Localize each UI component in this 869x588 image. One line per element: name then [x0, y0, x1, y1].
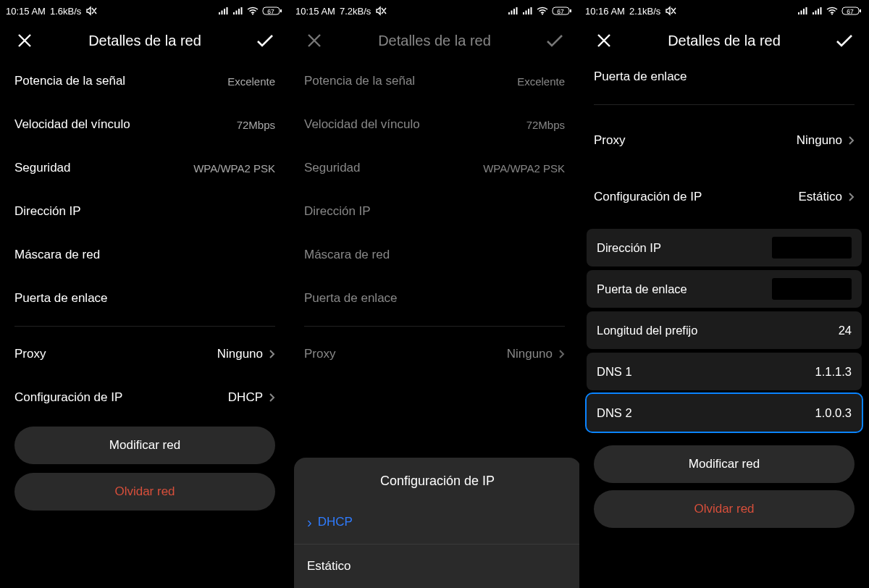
sheet-title: Configuración de IP [294, 474, 579, 489]
forget-network-button[interactable]: Olvidar red [594, 490, 855, 528]
row-ipconfig[interactable]: Configuración de IP DHCP [14, 376, 275, 419]
option-static[interactable]: Estático [294, 545, 579, 588]
signal-1-icon [508, 7, 519, 15]
label: Configuración de IP [594, 190, 702, 204]
row-mask: Máscara de red [14, 233, 275, 277]
close-icon[interactable] [14, 30, 35, 51]
svg-text:67: 67 [267, 8, 274, 15]
input-dns2[interactable]: DNS 2 1.0.0.3 [587, 394, 862, 432]
status-speed: 7.2kB/s [340, 6, 371, 17]
row-linkspeed: Velocidad del vínculo72Mbps [304, 103, 565, 146]
static-ip-inputs: Dirección IP Puerta de enlace Longitud d… [579, 229, 869, 440]
row-gateway-top: Puerta de enlace [579, 59, 869, 94]
page-title: Detalles de la red [378, 33, 491, 49]
ip-config-sheet: Configuración de IP DHCP Estático [294, 458, 579, 588]
wifi-icon [247, 7, 259, 15]
divider [14, 326, 275, 327]
label: Puerta de enlace [594, 70, 687, 83]
row-signal: Potencia de la señal Excelente [14, 59, 275, 103]
screen-1: 10:15 AM 1.6kB/s 67 Detalles de la red P… [0, 0, 290, 588]
chevron-right-icon [848, 192, 855, 202]
label: Puerta de enlace [597, 282, 687, 296]
row-proxy[interactable]: Proxy Ninguno [579, 112, 869, 169]
close-icon [304, 30, 324, 51]
svg-rect-10 [860, 9, 861, 12]
svg-text:67: 67 [557, 8, 564, 15]
svg-rect-6 [570, 9, 571, 12]
value: Ninguno [217, 347, 263, 361]
input-ip[interactable]: Dirección IP [587, 229, 862, 266]
label: DNS 2 [597, 406, 632, 420]
input-dns1[interactable]: DNS 1 1.1.1.3 [587, 353, 862, 390]
svg-point-0 [252, 14, 253, 15]
signal-1-icon [797, 7, 808, 15]
action-buttons: Modificar red Olvidar red [579, 440, 869, 528]
row-security: Seguridad WPA/WPA2 PSK [14, 146, 275, 190]
svg-text:67: 67 [847, 8, 854, 15]
wifi-icon [537, 7, 548, 15]
confirm-icon[interactable] [834, 30, 855, 51]
network-details: Potencia de la señalExcelente Velocidad … [290, 59, 579, 376]
chevron-right-icon [269, 349, 275, 359]
battery-icon: 67 [262, 6, 282, 16]
status-speed: 2.1kB/s [629, 6, 660, 17]
header: Detalles de la red [290, 22, 579, 59]
signal-2-icon [232, 7, 243, 15]
label: Velocidad del vínculo [304, 117, 420, 132]
chevron-right-icon [269, 392, 275, 403]
label: DHCP [318, 515, 353, 529]
status-bar: 10:15 AM 7.2kB/s 67 [290, 0, 579, 22]
screen-2: 10:15 AM 7.2kB/s 67 Detalles de la red P… [290, 0, 579, 588]
label: Modificar red [689, 457, 760, 471]
confirm-icon[interactable] [255, 30, 275, 51]
prefix-field[interactable]: 24 [786, 324, 852, 337]
network-details: Potencia de la señal Excelente Velocidad… [0, 59, 290, 419]
label: Velocidad del vínculo [14, 117, 130, 132]
svg-point-4 [542, 14, 543, 15]
input-gateway[interactable]: Puerta de enlace [587, 270, 862, 308]
battery-icon: 67 [552, 6, 572, 16]
row-proxy[interactable]: Proxy Ninguno [14, 332, 275, 376]
network-details: Proxy Ninguno Configuración de IP Estáti… [579, 104, 869, 440]
row-ip: Dirección IP [304, 190, 565, 233]
forget-network-button[interactable]: Olvidar red [14, 473, 275, 511]
label: Proxy [594, 133, 625, 148]
value: 72Mbps [526, 119, 565, 131]
svg-rect-2 [280, 9, 282, 12]
label: Máscara de red [14, 248, 100, 262]
value: Ninguno [797, 133, 842, 148]
value: Excelente [227, 75, 275, 88]
input-prefix[interactable]: Longitud del prefijo 24 [587, 311, 862, 349]
dns1-field[interactable]: 1.1.1.3 [786, 365, 852, 379]
ip-field[interactable] [772, 237, 852, 259]
action-buttons: Modificar red Olvidar red [0, 419, 290, 511]
label: Puerta de enlace [304, 291, 398, 306]
label: Olvidar red [694, 502, 754, 516]
label: Seguridad [14, 161, 71, 175]
page-title: Detalles de la red [668, 33, 781, 49]
label: Máscara de red [304, 248, 390, 262]
label: Dirección IP [597, 241, 661, 255]
value: Excelente [517, 75, 565, 88]
value: Estático [799, 190, 842, 204]
dns2-field[interactable]: 1.0.0.3 [786, 406, 852, 420]
modify-network-button[interactable]: Modificar red [14, 427, 275, 464]
status-time: 10:16 AM [585, 6, 625, 17]
page-title: Detalles de la red [88, 33, 201, 49]
chevron-right-icon [848, 135, 855, 146]
modify-network-button[interactable]: Modificar red [594, 445, 855, 483]
mute-icon [85, 6, 97, 16]
svg-point-8 [831, 14, 833, 15]
label: Dirección IP [304, 204, 371, 219]
label: Configuración de IP [14, 390, 122, 405]
status-bar: 10:15 AM 1.6kB/s 67 [0, 0, 290, 22]
row-mask: Máscara de red [304, 233, 565, 277]
row-ipconfig[interactable]: Configuración de IP Estático [579, 169, 869, 225]
label: Puerta de enlace [14, 291, 108, 306]
close-icon[interactable] [594, 30, 614, 51]
row-linkspeed: Velocidad del vínculo 72Mbps [14, 103, 275, 146]
value: Ninguno [507, 347, 553, 361]
label: Proxy [304, 347, 335, 361]
gateway-field[interactable] [772, 278, 852, 300]
option-dhcp[interactable]: DHCP [294, 500, 579, 544]
